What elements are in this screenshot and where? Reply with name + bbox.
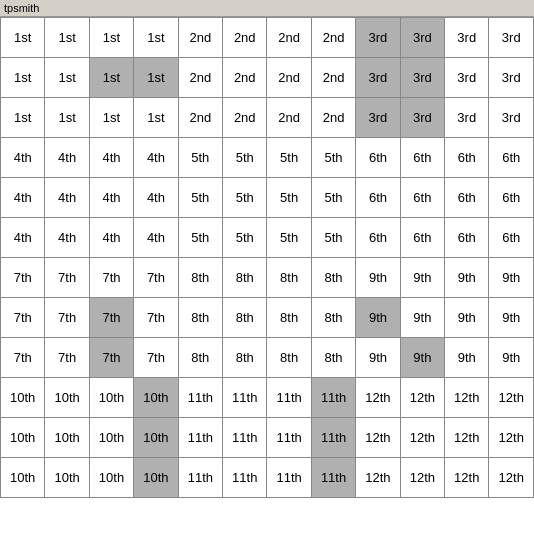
table-cell: 2nd — [267, 18, 311, 58]
table-cell: 4th — [1, 218, 45, 258]
table-cell: 11th — [178, 418, 222, 458]
table-cell: 8th — [267, 338, 311, 378]
table-cell: 2nd — [311, 58, 355, 98]
table-cell: 12th — [445, 418, 489, 458]
table-cell: 7th — [1, 258, 45, 298]
table-cell: 2nd — [311, 98, 355, 138]
table-cell: 8th — [311, 298, 355, 338]
table-cell: 8th — [223, 338, 267, 378]
table-cell: 1st — [134, 18, 178, 58]
table-cell: 9th — [356, 298, 400, 338]
table-cell: 2nd — [267, 58, 311, 98]
table-row: 4th4th4th4th5th5th5th5th6th6th6th6th — [1, 218, 534, 258]
table-cell: 9th — [400, 258, 444, 298]
table-cell: 9th — [356, 258, 400, 298]
table-cell: 10th — [1, 378, 45, 418]
table-cell: 3rd — [356, 18, 400, 58]
table-cell: 10th — [134, 378, 178, 418]
table-cell: 8th — [178, 258, 222, 298]
table-cell: 4th — [89, 218, 133, 258]
table-cell: 8th — [178, 298, 222, 338]
table-cell: 3rd — [445, 58, 489, 98]
table-cell: 10th — [89, 378, 133, 418]
grid-container: 1st1st1st1st2nd2nd2nd2nd3rd3rd3rd3rd1st1… — [0, 17, 534, 498]
table-cell: 1st — [1, 58, 45, 98]
table-cell: 6th — [489, 218, 534, 258]
table-cell: 9th — [489, 338, 534, 378]
table-cell: 3rd — [356, 98, 400, 138]
table-row: 1st1st1st1st2nd2nd2nd2nd3rd3rd3rd3rd — [1, 58, 534, 98]
table-cell: 12th — [445, 378, 489, 418]
table-cell: 1st — [45, 58, 89, 98]
table-cell: 11th — [223, 418, 267, 458]
table-cell: 9th — [356, 338, 400, 378]
table-cell: 7th — [89, 298, 133, 338]
table-cell: 8th — [223, 258, 267, 298]
table-cell: 11th — [311, 418, 355, 458]
table-cell: 9th — [445, 298, 489, 338]
table-row: 10th10th10th10th11th11th11th11th12th12th… — [1, 378, 534, 418]
table-cell: 6th — [445, 178, 489, 218]
table-cell: 5th — [267, 178, 311, 218]
table-cell: 10th — [45, 458, 89, 498]
table-cell: 8th — [178, 338, 222, 378]
table-cell: 7th — [134, 338, 178, 378]
table-row: 7th7th7th7th8th8th8th8th9th9th9th9th — [1, 298, 534, 338]
table-cell: 5th — [178, 138, 222, 178]
table-cell: 12th — [356, 418, 400, 458]
table-cell: 4th — [1, 138, 45, 178]
table-cell: 4th — [134, 218, 178, 258]
table-cell: 7th — [1, 298, 45, 338]
table-row: 7th7th7th7th8th8th8th8th9th9th9th9th — [1, 258, 534, 298]
table-cell: 9th — [400, 338, 444, 378]
table-cell: 4th — [89, 138, 133, 178]
table-cell: 4th — [89, 178, 133, 218]
table-cell: 10th — [1, 418, 45, 458]
table-cell: 6th — [400, 138, 444, 178]
table-cell: 4th — [1, 178, 45, 218]
table-cell: 6th — [356, 178, 400, 218]
table-cell: 3rd — [489, 18, 534, 58]
table-cell: 1st — [89, 98, 133, 138]
table-cell: 1st — [89, 58, 133, 98]
table-cell: 10th — [89, 418, 133, 458]
table-cell: 8th — [311, 338, 355, 378]
table-cell: 9th — [400, 298, 444, 338]
table-cell: 2nd — [311, 18, 355, 58]
table-cell: 12th — [400, 378, 444, 418]
table-cell: 8th — [267, 298, 311, 338]
table-row: 4th4th4th4th5th5th5th5th6th6th6th6th — [1, 178, 534, 218]
table-cell: 12th — [400, 458, 444, 498]
table-cell: 3rd — [445, 18, 489, 58]
table-cell: 3rd — [489, 58, 534, 98]
table-cell: 8th — [267, 258, 311, 298]
table-cell: 2nd — [178, 18, 222, 58]
table-cell: 6th — [445, 138, 489, 178]
table-cell: 2nd — [267, 98, 311, 138]
table-cell: 5th — [311, 218, 355, 258]
table-cell: 5th — [178, 178, 222, 218]
table-cell: 1st — [1, 98, 45, 138]
table-cell: 8th — [311, 258, 355, 298]
table-cell: 12th — [489, 458, 534, 498]
table-cell: 6th — [445, 218, 489, 258]
table-cell: 6th — [489, 178, 534, 218]
table-cell: 6th — [356, 218, 400, 258]
table-cell: 7th — [89, 258, 133, 298]
table-cell: 7th — [134, 298, 178, 338]
table-cell: 10th — [45, 418, 89, 458]
table-cell: 12th — [489, 378, 534, 418]
table-cell: 11th — [223, 378, 267, 418]
table-row: 1st1st1st1st2nd2nd2nd2nd3rd3rd3rd3rd — [1, 98, 534, 138]
table-cell: 4th — [134, 178, 178, 218]
table-cell: 10th — [134, 418, 178, 458]
table-cell: 1st — [1, 18, 45, 58]
table-cell: 11th — [178, 378, 222, 418]
table-cell: 5th — [223, 178, 267, 218]
table-cell: 12th — [356, 378, 400, 418]
table-cell: 12th — [400, 418, 444, 458]
table-cell: 9th — [445, 338, 489, 378]
table-cell: 7th — [1, 338, 45, 378]
table-cell: 5th — [311, 178, 355, 218]
table-cell: 2nd — [178, 58, 222, 98]
